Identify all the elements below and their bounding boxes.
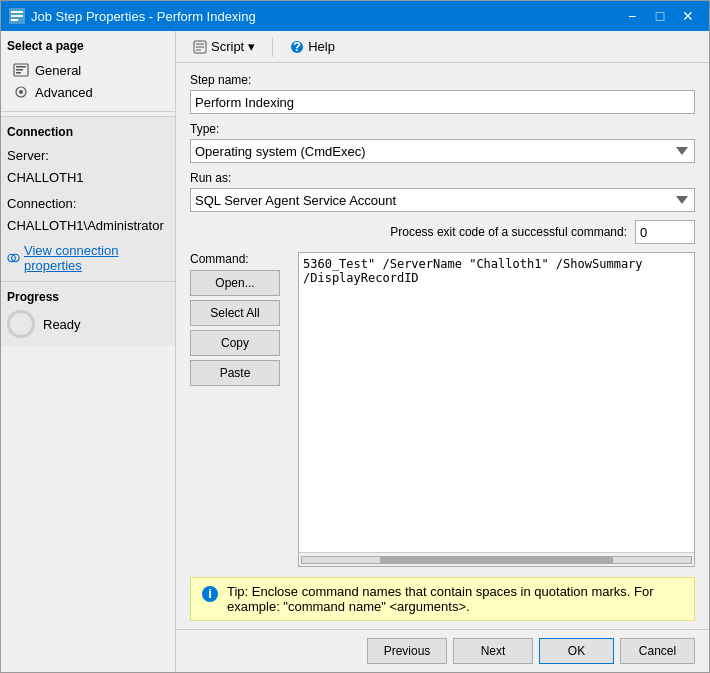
minimize-button[interactable]: − xyxy=(619,6,645,26)
cancel-button[interactable]: Cancel xyxy=(620,638,695,664)
advanced-label: Advanced xyxy=(35,85,93,100)
bottom-buttons: Previous Next OK Cancel xyxy=(176,629,709,672)
title-bar: Job Step Properties - Perform Indexing −… xyxy=(1,1,709,31)
scroll-track[interactable] xyxy=(301,556,692,564)
svg-point-9 xyxy=(19,90,23,94)
svg-rect-6 xyxy=(16,69,23,71)
window-title: Job Step Properties - Perform Indexing xyxy=(31,9,619,24)
exit-code-label: Process exit code of a successful comman… xyxy=(390,225,627,239)
main-window: Job Step Properties - Perform Indexing −… xyxy=(0,0,710,673)
help-button[interactable]: ? Help xyxy=(281,35,344,58)
next-button[interactable]: Next xyxy=(453,638,533,664)
server-label: Server: CHALLOTH1 xyxy=(7,145,169,189)
command-textarea-wrapper: 5360_Test" /ServerName "Challoth1" /Show… xyxy=(298,252,695,567)
ok-button[interactable]: OK xyxy=(539,638,614,664)
exit-code-row: Process exit code of a successful comman… xyxy=(190,220,695,244)
advanced-icon xyxy=(13,84,29,100)
spinner-icon xyxy=(7,310,35,338)
help-icon: ? xyxy=(290,40,304,54)
command-section: Command: Open... Select All Copy Paste 5… xyxy=(190,252,695,567)
form-area: Step name: Type: Operating system (CmdEx… xyxy=(176,63,709,577)
progress-title: Progress xyxy=(7,290,169,304)
paste-button[interactable]: Paste xyxy=(190,360,280,386)
close-button[interactable]: ✕ xyxy=(675,6,701,26)
horizontal-scrollbar[interactable] xyxy=(299,552,694,566)
select-all-button[interactable]: Select All xyxy=(190,300,280,326)
status-text: Ready xyxy=(43,317,81,332)
connection-section: Connection Server: CHALLOTH1 Connection:… xyxy=(1,116,175,281)
progress-status: Ready xyxy=(7,310,169,338)
tip-text: Tip: Enclose command names that contain … xyxy=(227,584,684,614)
toolbar-separator xyxy=(272,37,273,57)
server-value: CHALLOTH1 xyxy=(7,170,84,185)
svg-rect-3 xyxy=(11,19,18,21)
tip-icon: i xyxy=(201,585,219,603)
scroll-thumb[interactable] xyxy=(380,557,613,563)
svg-rect-5 xyxy=(16,66,26,68)
svg-text:?: ? xyxy=(293,40,301,54)
sidebar: Select a page General xyxy=(1,31,176,672)
sidebar-item-general[interactable]: General xyxy=(7,59,169,81)
step-name-label: Step name: xyxy=(190,73,695,87)
run-as-label: Run as: xyxy=(190,171,695,185)
select-page-section: Select a page General xyxy=(1,31,175,107)
general-label: General xyxy=(35,63,81,78)
window-icon xyxy=(9,8,25,24)
open-button[interactable]: Open... xyxy=(190,270,280,296)
progress-section: Progress Ready xyxy=(1,281,175,346)
svg-rect-2 xyxy=(11,15,23,17)
connection-info: Server: CHALLOTH1 Connection: CHALLOTH1\… xyxy=(7,145,169,237)
connection-title: Connection xyxy=(7,125,169,139)
type-label: Type: xyxy=(190,122,695,136)
command-textarea[interactable]: 5360_Test" /ServerName "Challoth1" /Show… xyxy=(299,253,694,552)
svg-rect-1 xyxy=(11,11,23,13)
step-name-row: Step name: xyxy=(190,73,695,114)
step-name-input[interactable] xyxy=(190,90,695,114)
type-row: Type: Operating system (CmdExec) xyxy=(190,122,695,163)
connection-label: Connection: CHALLOTH1\Administrator xyxy=(7,193,169,237)
svg-text:i: i xyxy=(208,586,212,601)
script-icon xyxy=(193,40,207,54)
script-dropdown-arrow: ▾ xyxy=(248,39,255,54)
tip-box: i Tip: Enclose command names that contai… xyxy=(190,577,695,621)
previous-button[interactable]: Previous xyxy=(367,638,447,664)
view-connection-link[interactable]: View connection properties xyxy=(7,243,169,273)
run-as-row: Run as: SQL Server Agent Service Account xyxy=(190,171,695,212)
type-select[interactable]: Operating system (CmdExec) xyxy=(190,139,695,163)
toolbar: Script ▾ ? Help xyxy=(176,31,709,63)
svg-rect-7 xyxy=(16,72,21,74)
link-icon xyxy=(7,251,20,265)
script-button[interactable]: Script ▾ xyxy=(184,35,264,58)
general-icon xyxy=(13,62,29,78)
right-panel: Script ▾ ? Help Step name: xyxy=(176,31,709,672)
command-left: Command: Open... Select All Copy Paste xyxy=(190,252,290,567)
connection-value: CHALLOTH1\Administrator xyxy=(7,218,164,233)
copy-button[interactable]: Copy xyxy=(190,330,280,356)
command-label: Command: xyxy=(190,252,290,266)
run-as-select[interactable]: SQL Server Agent Service Account xyxy=(190,188,695,212)
title-bar-buttons: − □ ✕ xyxy=(619,6,701,26)
select-page-label: Select a page xyxy=(7,39,169,53)
exit-code-input[interactable] xyxy=(635,220,695,244)
maximize-button[interactable]: □ xyxy=(647,6,673,26)
sidebar-item-advanced[interactable]: Advanced xyxy=(7,81,169,103)
